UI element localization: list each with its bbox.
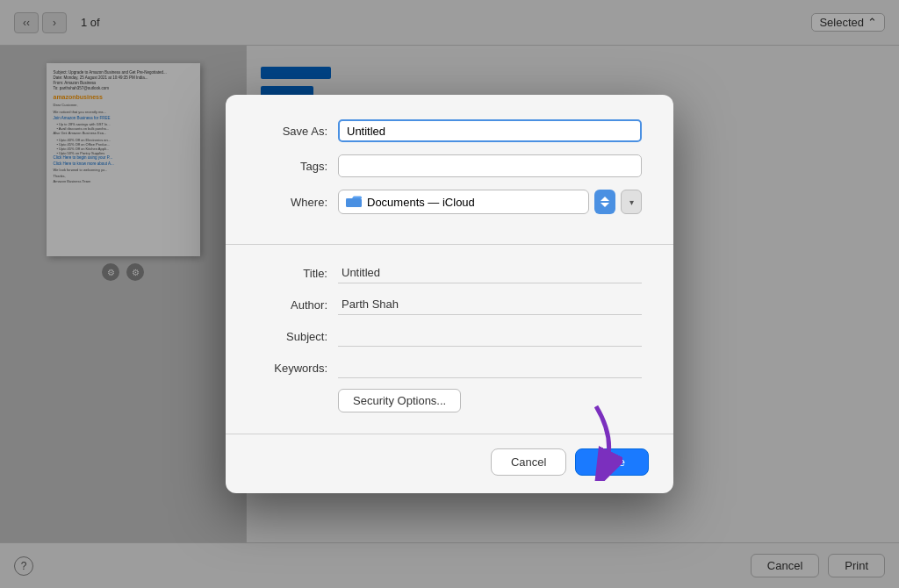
stepper-down-icon <box>601 203 609 207</box>
where-label: Where: <box>257 196 327 209</box>
save-as-label: Save As: <box>257 125 327 138</box>
author-row: Author: <box>257 294 642 315</box>
modal-overlay: Save As: Tags: Where: <box>0 0 899 588</box>
folder-icon <box>346 196 362 208</box>
modal-top-section: Save As: Tags: Where: <box>226 95 673 245</box>
tags-input[interactable] <box>338 154 642 177</box>
keywords-label: Keywords: <box>257 362 327 375</box>
where-row: Where: Documents — iCloud <box>257 190 642 214</box>
security-options-button[interactable]: Security Options... <box>338 389 461 412</box>
subject-row: Subject: <box>257 326 642 347</box>
chevron-down-icon: ▾ <box>629 197 634 207</box>
save-as-input[interactable] <box>338 119 642 142</box>
tags-row: Tags: <box>257 154 642 177</box>
stepper-up-icon <box>601 197 609 201</box>
keywords-row: Keywords: <box>257 357 642 378</box>
where-chevron-button[interactable]: ▾ <box>621 190 642 214</box>
where-value: Documents — iCloud <box>367 196 475 209</box>
title-row: Title: <box>257 262 642 283</box>
modal-bottom-section: Title: Author: Subject: Keywords: Securi… <box>226 245 673 434</box>
title-input[interactable] <box>338 262 642 283</box>
keywords-input[interactable] <box>338 357 642 378</box>
svg-rect-0 <box>346 198 362 207</box>
author-input[interactable] <box>338 294 642 315</box>
where-container: Documents — iCloud ▾ <box>338 190 642 214</box>
subject-input[interactable] <box>338 326 642 347</box>
save-dialog: Save As: Tags: Where: <box>226 95 673 493</box>
modal-footer: Cancel Save <box>226 434 673 493</box>
where-stepper[interactable] <box>594 190 615 214</box>
tags-label: Tags: <box>257 160 327 173</box>
save-as-row: Save As: <box>257 119 642 142</box>
author-label: Author: <box>257 298 327 312</box>
modal-save-button[interactable]: Save <box>575 448 649 476</box>
subject-label: Subject: <box>257 330 327 343</box>
modal-cancel-button[interactable]: Cancel <box>491 448 566 476</box>
where-dropdown[interactable]: Documents — iCloud <box>338 190 589 214</box>
title-label: Title: <box>257 267 327 280</box>
